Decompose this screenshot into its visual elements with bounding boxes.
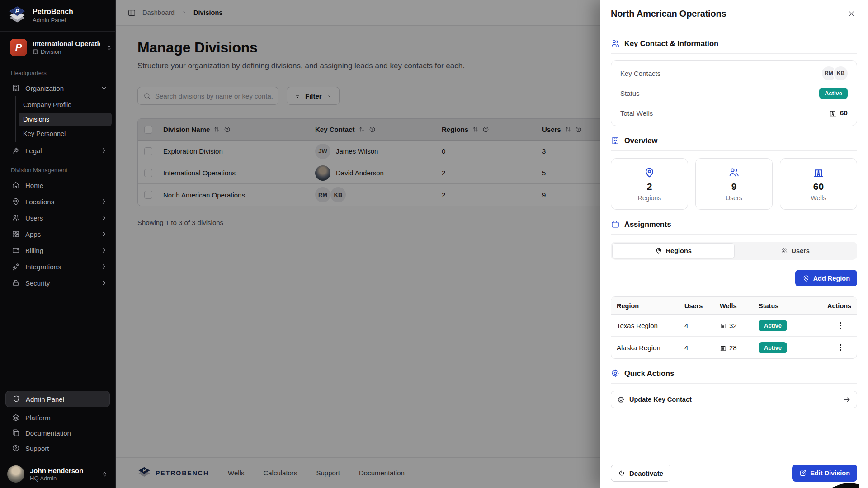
briefcase-icon xyxy=(611,220,620,229)
sidebar-item-admin-panel[interactable]: Admin Panel xyxy=(5,391,110,407)
add-region-button[interactable]: Add Region xyxy=(795,270,857,286)
sidebar-item-support[interactable]: Support xyxy=(0,441,115,456)
tab-regions[interactable]: Regions xyxy=(612,243,735,258)
row-actions-menu-button[interactable] xyxy=(836,320,845,331)
sidebar-item-label: Admin Panel xyxy=(26,395,64,403)
sidebar-item-label: Security xyxy=(25,279,50,287)
drawer-title: North American Operations xyxy=(611,9,726,19)
user-name: John Henderson xyxy=(30,467,83,474)
sidebar-item-legal[interactable]: Legal xyxy=(0,142,115,159)
tab-users[interactable]: Users xyxy=(735,243,856,258)
overview-cards: 2 Regions 9 Users 60 Wells xyxy=(611,158,857,210)
status-badge: Active xyxy=(759,342,787,353)
petrobench-logo-icon: P xyxy=(7,5,27,27)
section-label-headquarters: Headquarters xyxy=(0,61,115,80)
status-badge: Active xyxy=(759,320,787,331)
region-users: 4 xyxy=(684,322,720,329)
sidebar-item-label: Organization xyxy=(25,84,64,92)
row-actions-menu-button[interactable] xyxy=(836,342,845,353)
sidebar-item-platform[interactable]: Platform xyxy=(0,410,115,425)
plug-icon xyxy=(12,263,20,271)
update-key-contact-button[interactable]: Update Key Contact xyxy=(611,391,857,408)
status-row: Status Active xyxy=(620,83,848,103)
section-title: Overview xyxy=(624,136,657,145)
app-window: P PetroBench Admin Panel P International… xyxy=(0,0,868,488)
user-role: HQ Admin xyxy=(30,475,83,482)
drawer-header: North American Operations xyxy=(600,0,868,28)
svg-text:P: P xyxy=(15,8,19,14)
org-switcher[interactable]: P International Operatio Division xyxy=(4,34,112,61)
sidebar-item-billing[interactable]: Billing xyxy=(0,242,115,258)
user-menu[interactable]: John Henderson HQ Admin xyxy=(0,460,115,488)
sidebar-item-label: Platform xyxy=(25,414,51,422)
users-icon xyxy=(728,167,740,178)
section-title: Assignments xyxy=(624,220,671,229)
gavel-icon xyxy=(12,146,20,155)
chevron-right-icon xyxy=(100,197,108,206)
map-pin-icon xyxy=(12,197,20,206)
map-pin-icon xyxy=(644,167,655,178)
tab-label: Regions xyxy=(666,247,692,254)
edit-division-button[interactable]: Edit Division xyxy=(792,465,857,482)
chevron-right-icon xyxy=(100,246,108,254)
sidebar-item-label: Home xyxy=(25,182,43,189)
deactivate-button[interactable]: Deactivate xyxy=(611,465,670,482)
region-wells: 28 xyxy=(729,344,737,352)
column-users: Users xyxy=(684,302,720,310)
sidebar-item-home[interactable]: Home xyxy=(0,177,115,193)
region-name: Texas Region xyxy=(617,322,684,329)
key-contacts-row: Key Contacts RM KB xyxy=(620,63,848,83)
building-icon xyxy=(611,136,620,145)
sidebar-item-apps[interactable]: Apps xyxy=(0,226,115,242)
org-logo-icon: P xyxy=(10,39,27,56)
region-users: 4 xyxy=(684,344,720,352)
sidebar-item-locations[interactable]: Locations xyxy=(0,193,115,210)
region-row[interactable]: Alaska Region 4 28 Active xyxy=(611,337,857,358)
sidebar-item-documentation[interactable]: Documentation xyxy=(0,425,115,441)
sidebar: P PetroBench Admin Panel P International… xyxy=(0,0,116,488)
sidebar-item-label: Support xyxy=(25,445,49,452)
sidebar-item-divisions[interactable]: Divisions xyxy=(19,113,112,126)
chevron-right-icon xyxy=(100,263,108,271)
map-pin-icon xyxy=(802,275,810,282)
map-pin-icon xyxy=(655,247,662,254)
tab-label: Users xyxy=(792,247,810,254)
sidebar-item-key-personnel[interactable]: Key Personnel xyxy=(19,127,112,141)
organization-subnav: Company Profile Divisions Key Personnel xyxy=(15,96,115,142)
close-button[interactable] xyxy=(846,8,857,19)
documents-icon xyxy=(12,429,20,437)
sidebar-item-organization[interactable]: Organization xyxy=(0,80,115,96)
chevron-down-icon xyxy=(100,84,108,92)
users-icon xyxy=(781,247,788,254)
wells-value: 60 xyxy=(813,181,824,192)
sidebar-footer-nav: Admin Panel Platform Documentation Suppo… xyxy=(0,391,115,460)
total-wells-label: Total Wells xyxy=(620,109,653,117)
deactivate-label: Deactivate xyxy=(629,469,663,477)
overview-card-wells: 60 Wells xyxy=(780,158,857,210)
column-region: Region xyxy=(617,302,684,310)
shield-icon xyxy=(12,395,20,403)
section-assignments: Assignments xyxy=(611,220,857,229)
sidebar-item-company-profile[interactable]: Company Profile xyxy=(19,98,112,112)
sidebar-item-label: Integrations xyxy=(25,263,61,271)
edit-icon xyxy=(799,469,807,477)
section-title: Quick Actions xyxy=(624,369,674,378)
region-wells: 32 xyxy=(729,322,737,329)
sidebar-item-integrations[interactable]: Integrations xyxy=(0,258,115,275)
oil-derrick-icon xyxy=(720,322,726,329)
sidebar-item-security[interactable]: Security xyxy=(0,275,115,291)
sidebar-item-users[interactable]: Users xyxy=(0,210,115,226)
users-icon xyxy=(611,39,620,48)
region-row[interactable]: Texas Region 4 32 Active xyxy=(611,315,857,337)
power-icon xyxy=(618,469,625,477)
oil-derrick-icon xyxy=(720,344,726,351)
section-overview: Overview xyxy=(611,136,857,145)
chevron-right-icon xyxy=(100,214,108,222)
overview-card-regions: 2 Regions xyxy=(611,158,688,210)
chevron-right-icon xyxy=(100,146,108,155)
status-badge: Active xyxy=(819,88,848,99)
org-name: International Operatio xyxy=(33,40,100,47)
status-label: Status xyxy=(620,89,640,97)
wallet-icon xyxy=(12,246,20,254)
chevrons-up-down-icon xyxy=(101,471,108,478)
